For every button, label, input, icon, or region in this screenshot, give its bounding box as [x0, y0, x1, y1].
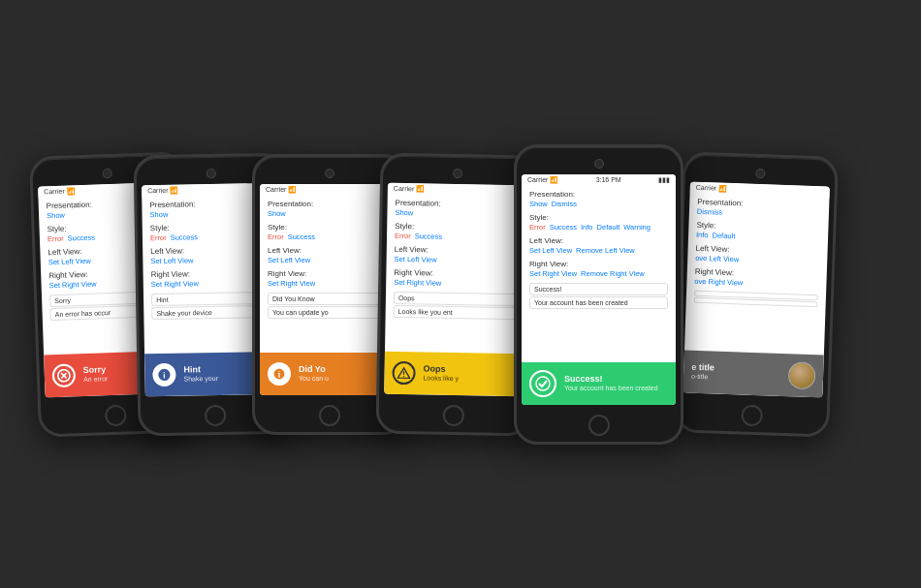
phone-frame-4: Carrier 📶 Presentation: Show Style: Erro…: [375, 152, 535, 436]
svg-text:i: i: [163, 370, 166, 380]
left-view-label-3: Left View:: [268, 246, 392, 255]
right-view-label-3: Right View:: [268, 269, 392, 278]
time-5: 3:16 PM: [596, 176, 621, 183]
phone-frame-6: Carrier 📶 Presentation: Dismiss Style: I…: [674, 151, 839, 437]
success-btn-4[interactable]: Success: [415, 232, 443, 240]
set-right-view-4[interactable]: Set Right View: [394, 277, 441, 287]
msg-field-3[interactable]: You can update yo: [268, 306, 392, 319]
left-view-section-5: Left View: Set Left View Remove Left Vie…: [529, 236, 668, 255]
right-view-section-6: Right View: ove Right View: [694, 266, 819, 289]
fields-6: [694, 290, 818, 306]
notification-4: Oops Looks like y: [384, 351, 524, 396]
warning-btn-5[interactable]: Warning: [623, 223, 651, 232]
fields-5: Success! Your account has been created: [529, 283, 668, 309]
style-section-4: Style: Error Success: [395, 221, 519, 241]
set-left-view-5[interactable]: Set Left View: [529, 246, 572, 255]
left-view-section-3: Left View: Set Left View: [268, 246, 392, 264]
notif-subtitle-5: Your account has been created: [564, 385, 668, 392]
phone-screen-4: Carrier 📶 Presentation: Show Style: Erro…: [384, 182, 527, 395]
svg-point-9: [403, 375, 404, 376]
presentation-label-4: Presentation:: [396, 198, 520, 208]
success-btn-3[interactable]: Success: [288, 232, 315, 241]
set-right-view-2[interactable]: Set Right View: [151, 279, 199, 289]
default-btn-6[interactable]: Default: [712, 231, 735, 240]
show-btn-4[interactable]: Show: [395, 207, 413, 216]
left-view-label-4: Left View:: [395, 244, 519, 255]
home-btn-3[interactable]: [319, 405, 340, 426]
right-view-section-3: Right View: Set Right View: [268, 269, 392, 288]
phone-6: Carrier 📶 Presentation: Dismiss Style: I…: [674, 151, 839, 437]
battery-5: ▮▮▮: [658, 176, 670, 184]
dismiss-btn-5[interactable]: Dismiss: [552, 200, 577, 208]
notification-5: Success! Your account has been created: [522, 362, 676, 405]
status-bar-3: Carrier 📶: [260, 184, 399, 196]
fields-3: Did You Know You can update yo: [268, 293, 392, 319]
remove-right-view-5[interactable]: Remove Right View: [581, 269, 645, 278]
phone-screen-6: Carrier 📶 Presentation: Dismiss Style: I…: [683, 181, 830, 397]
style-label-5: Style:: [529, 213, 668, 222]
remove-left-view-5[interactable]: Remove Left View: [576, 246, 635, 255]
set-left-view-3[interactable]: Set Left View: [268, 256, 310, 264]
style-label-4: Style:: [395, 221, 519, 232]
home-btn-1[interactable]: [105, 404, 127, 426]
phone-screen-5: Carrier 📶 3:16 PM ▮▮▮ Presentation: Show…: [522, 174, 676, 405]
remove-right-view-6[interactable]: ove Right View: [694, 276, 743, 287]
error-btn-1[interactable]: Error: [48, 233, 64, 243]
style-section-5: Style: Error Success Info Default Warnin…: [529, 213, 668, 232]
notif-icon-5: [529, 370, 556, 397]
error-btn-3[interactable]: Error: [268, 232, 284, 241]
title-field-3[interactable]: Did You Know: [268, 293, 392, 305]
style-label-3: Style:: [268, 223, 392, 232]
show-btn-3[interactable]: Show: [268, 209, 286, 218]
style-section-6: Style: Info Default: [696, 220, 821, 242]
notif-text-4: Oops Looks like y: [423, 363, 516, 384]
success-btn-1[interactable]: Success: [67, 232, 95, 242]
set-left-view-4[interactable]: Set Left View: [395, 254, 437, 263]
carrier-2: Carrier 📶: [147, 186, 178, 195]
notif-icon-4: [392, 360, 415, 384]
presentation-section-5: Presentation: Show Dismiss: [529, 190, 668, 208]
set-left-view-1[interactable]: Set Left View: [48, 256, 91, 266]
home-btn-5[interactable]: [588, 415, 610, 436]
home-btn-2[interactable]: [205, 404, 226, 425]
success-btn-2[interactable]: Success: [171, 232, 199, 241]
title-field-5[interactable]: Success!: [529, 283, 668, 295]
carrier-6: Carrier 📶: [696, 183, 728, 192]
error-btn-2[interactable]: Error: [150, 232, 167, 241]
left-view-label-5: Left View:: [529, 236, 668, 245]
notif-icon-1: [51, 363, 76, 387]
notif-icon-2: i: [152, 362, 175, 386]
presentation-section-6: Presentation: Dismiss: [697, 197, 822, 219]
show-btn-2[interactable]: Show: [149, 209, 168, 218]
notif-text-6: e title o-title: [691, 362, 781, 384]
info-btn-6[interactable]: Info: [696, 230, 709, 238]
msg-field-5[interactable]: Your account has been created: [529, 296, 668, 309]
home-btn-6[interactable]: [741, 404, 763, 426]
msg-field-4[interactable]: Looks like you ent: [394, 304, 518, 319]
info-btn-5[interactable]: Info: [581, 223, 593, 232]
set-right-view-1[interactable]: Set Right View: [48, 279, 96, 290]
set-left-view-2[interactable]: Set Left View: [150, 256, 193, 265]
right-view-label-4: Right View:: [394, 267, 518, 278]
fields-4: Oops Looks like you ent: [394, 291, 518, 319]
notif-title-5: Success!: [564, 374, 668, 385]
error-btn-5[interactable]: Error: [529, 223, 546, 232]
remove-left-view-6[interactable]: ove Left View: [695, 253, 739, 263]
left-view-section-6: Left View: ove Left View: [695, 243, 820, 265]
dismiss-btn-6[interactable]: Dismiss: [697, 206, 723, 216]
show-btn-1[interactable]: Show: [47, 210, 65, 220]
set-right-view-3[interactable]: Set Right View: [268, 279, 315, 288]
carrier-4: Carrier 📶: [394, 184, 425, 193]
svg-point-10: [536, 377, 550, 390]
title-field-4[interactable]: Oops: [394, 291, 518, 305]
show-btn-5[interactable]: Show: [529, 200, 548, 208]
avatar-6: [788, 361, 816, 389]
svg-text:i: i: [278, 369, 280, 379]
error-btn-4[interactable]: Error: [395, 231, 411, 239]
notif-icon-3: i: [268, 362, 291, 386]
right-view-section-4: Right View: Set Right View: [394, 267, 518, 288]
set-right-view-5[interactable]: Set Right View: [529, 269, 577, 278]
success-btn-5[interactable]: Success: [550, 223, 577, 232]
home-btn-4[interactable]: [443, 404, 464, 425]
default-btn-5[interactable]: Default: [597, 223, 620, 232]
